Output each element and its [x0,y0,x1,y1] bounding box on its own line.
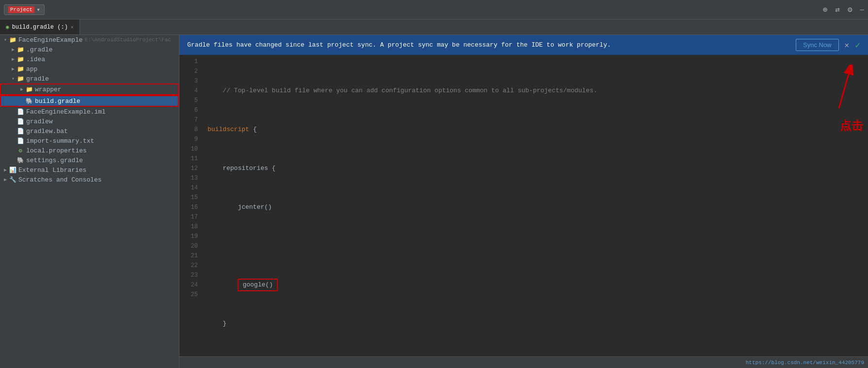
google-call-box-1: google() [238,279,277,291]
editor-container: Gradle files have changed since last pro… [179,35,868,368]
notification-actions: Sync Now ✕ ✓ [796,39,860,51]
code-text [208,280,238,290]
file-icon: 📄 [16,127,24,135]
sidebar-item-settings-gradle[interactable]: 🐘 settings.gradle [0,155,179,165]
check-icon: ✓ [855,40,860,50]
code-content: // Top-level build file where you can ad… [204,57,795,354]
code-editor[interactable]: 12345 678910 1112131415 1617181920 21222… [179,55,795,356]
sidebar-item-app[interactable]: ▶ 📁 app [0,64,179,74]
sidebar-item-local-properties[interactable]: ⚙ local.properties [0,146,179,155]
item-label: build.gradle [35,98,80,105]
file-icon: 📄 [16,117,24,125]
arrow-annotation [820,65,858,115]
props-icon: ⚙ [16,147,24,154]
item-label: gradlew.bat [26,128,68,135]
folder-icon: 📁 [16,65,24,73]
sidebar-item-gradlew[interactable]: 📄 gradlew [0,117,179,126]
code-line-7: } [208,319,795,329]
minimize-icon[interactable]: — [860,6,864,14]
folder-icon: 📁 [25,85,33,93]
sidebar: ▾ 📁 FaceEngineExample E:\AndroidStudioPr… [0,35,179,368]
tab-build-gradle[interactable]: ◉ build.gradle (:) ✕ [0,19,80,34]
sync-now-button[interactable]: Sync Now [796,39,839,51]
item-label: .gradle [26,46,53,53]
code-text: repositories { [208,164,275,173]
library-icon: 📊 [9,166,16,174]
right-annotation-panel: 点击 [795,55,868,356]
notification-message: Gradle files have changed since last pro… [187,41,611,49]
line-numbers: 12345 678910 1112131415 1617181920 21222… [179,57,204,354]
root-label: FaceEngineExample [18,36,83,44]
folder-icon: 📁 [16,55,24,63]
code-line-1: // Top-level build file where you can ad… [208,86,795,96]
folder-icon: 📁 [16,46,24,53]
svg-line-1 [839,74,849,108]
globe-icon[interactable]: ⊕ [823,5,828,15]
toolbar-icons: ⊕ ⇄ ⚙ — [823,5,864,15]
sidebar-item-root[interactable]: ▾ 📁 FaceEngineExample E:\AndroidStudioPr… [0,35,179,45]
code-line-2: buildscript { [208,125,795,134]
item-label: wrapper [35,86,62,93]
sidebar-item-wrapper[interactable]: ▶ 📁 wrapper [0,84,179,95]
item-label: .idea [26,56,45,63]
notification-close-icon[interactable]: ✕ [845,40,850,50]
sidebar-item-build-gradle[interactable]: 🐘 build.gradle [0,95,179,107]
item-label: External Libraries [18,167,86,174]
status-bar: https://blog.csdn.net/weixin_44205779 [179,356,868,368]
settings-icon[interactable]: ⚙ [848,5,852,15]
item-label: gradlew [26,118,53,125]
notification-bar: Gradle files have changed since last pro… [179,35,868,55]
code-text: } [208,319,226,329]
sidebar-item-external-libraries[interactable]: ▶ 📊 External Libraries [0,165,179,175]
project-label: Project [8,6,34,13]
item-label: gradle [26,75,49,83]
item-label: app [26,66,37,73]
tab-close-button[interactable]: ✕ [71,24,74,30]
code-text: buildscript [208,125,249,134]
dropdown-arrow: ▾ [36,6,40,14]
click-label: 点击 [840,118,863,134]
iml-icon: 📄 [16,108,24,116]
item-label: Scratches and Consoles [18,176,102,184]
item-label: settings.gradle [26,157,83,164]
code-line-6: google() [208,280,795,290]
item-label: import-summary.txt [26,137,94,145]
code-line-5 [208,241,795,251]
sidebar-item-iml[interactable]: 📄 FaceEngineExample.iml [0,107,179,117]
sidebar-item-gradle-hidden[interactable]: ▶ 📁 .gradle [0,45,179,54]
code-line-4: jcenter() [208,202,795,212]
title-bar: Project ▾ ⊕ ⇄ ⚙ — [0,0,868,19]
project-dropdown[interactable]: Project ▾ [4,4,45,15]
tab-bar: ◉ build.gradle (:) ✕ [0,19,868,35]
status-bar-url: https://blog.csdn.net/weixin_44205779 [746,360,864,366]
editor-and-annotation: 12345 678910 1112131415 1617181920 21222… [179,55,868,356]
folder-icon: 📁 [16,75,24,83]
sidebar-item-import-summary[interactable]: 📄 import-summary.txt [0,136,179,146]
gradle-file-icon: ◉ [6,24,9,30]
tab-label: build.gradle (:) [12,24,68,31]
root-path: E:\AndroidStudioProject\Fac [85,37,171,43]
item-label: local.properties [26,147,87,154]
sidebar-item-scratches[interactable]: ▶ 🔧 Scratches and Consoles [0,175,179,184]
sidebar-item-idea[interactable]: ▶ 📁 .idea [0,54,179,64]
txt-icon: 📄 [16,137,24,145]
code-text: // Top-level build file where you can ad… [208,86,597,96]
gradle-icon: 🐘 [25,97,33,105]
item-label: FaceEngineExample.iml [26,108,106,116]
code-text: jcenter() [208,202,272,212]
gradle-icon: 🐘 [16,156,24,164]
sidebar-item-gradlew-bat[interactable]: 📄 gradlew.bat [0,126,179,136]
folder-icon: 📁 [9,36,16,44]
sync-icon[interactable]: ⇄ [835,5,840,15]
sidebar-item-gradle[interactable]: ▾ 📁 gradle [0,74,179,84]
scratch-icon: 🔧 [9,176,16,184]
main-layout: ▾ 📁 FaceEngineExample E:\AndroidStudioPr… [0,35,868,368]
code-line-3: repositories { [208,164,795,173]
